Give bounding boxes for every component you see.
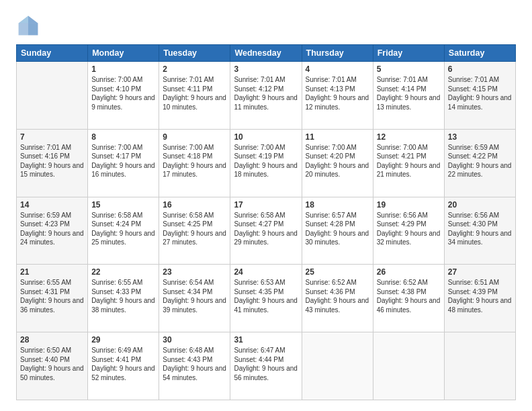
day-info: Sunrise: 7:00 AM Sunset: 4:18 PM Dayligh… [163, 143, 226, 179]
calendar-cell [444, 332, 515, 400]
day-number: 30 [163, 335, 226, 345]
day-info: Sunrise: 6:55 AM Sunset: 4:33 PM Dayligh… [91, 278, 155, 314]
day-info: Sunrise: 6:50 AM Sunset: 4:40 PM Dayligh… [20, 346, 84, 382]
day-info: Sunrise: 7:01 AM Sunset: 4:12 PM Dayligh… [234, 75, 298, 111]
day-number: 23 [163, 267, 226, 277]
day-number: 13 [448, 132, 512, 142]
col-thursday: Thursday [302, 45, 373, 62]
calendar-cell: 2Sunrise: 7:01 AM Sunset: 4:11 PM Daylig… [159, 62, 230, 130]
calendar-cell: 17Sunrise: 6:58 AM Sunset: 4:27 PM Dayli… [230, 197, 302, 265]
day-number: 17 [234, 200, 298, 210]
day-info: Sunrise: 7:01 AM Sunset: 4:14 PM Dayligh… [377, 75, 441, 111]
calendar-cell: 11Sunrise: 7:00 AM Sunset: 4:20 PM Dayli… [302, 129, 373, 197]
calendar-cell: 20Sunrise: 6:56 AM Sunset: 4:30 PM Dayli… [444, 197, 515, 265]
day-number: 27 [448, 267, 512, 277]
calendar-cell: 24Sunrise: 6:53 AM Sunset: 4:35 PM Dayli… [230, 265, 302, 332]
day-info: Sunrise: 6:54 AM Sunset: 4:34 PM Dayligh… [163, 278, 226, 314]
calendar-cell: 15Sunrise: 6:58 AM Sunset: 4:24 PM Dayli… [88, 197, 159, 265]
col-saturday: Saturday [444, 45, 515, 62]
day-info: Sunrise: 7:00 AM Sunset: 4:20 PM Dayligh… [306, 143, 369, 179]
calendar-cell: 7Sunrise: 7:01 AM Sunset: 4:16 PM Daylig… [17, 129, 88, 197]
calendar-cell: 21Sunrise: 6:55 AM Sunset: 4:31 PM Dayli… [17, 265, 88, 332]
day-number: 5 [377, 64, 441, 74]
day-number: 15 [91, 200, 155, 210]
day-number: 6 [448, 64, 512, 74]
day-info: Sunrise: 7:00 AM Sunset: 4:19 PM Dayligh… [234, 143, 298, 179]
day-info: Sunrise: 6:58 AM Sunset: 4:25 PM Dayligh… [163, 211, 226, 247]
calendar-cell: 25Sunrise: 6:52 AM Sunset: 4:36 PM Dayli… [302, 265, 373, 332]
col-monday: Monday [88, 45, 159, 62]
day-number: 31 [234, 335, 298, 345]
day-number: 1 [91, 64, 155, 74]
svg-marker-3 [19, 23, 28, 35]
calendar-week-row: 7Sunrise: 7:01 AM Sunset: 4:16 PM Daylig… [17, 129, 516, 197]
day-number: 18 [306, 200, 369, 210]
day-info: Sunrise: 6:47 AM Sunset: 4:44 PM Dayligh… [234, 346, 298, 382]
day-number: 10 [234, 132, 298, 142]
day-info: Sunrise: 6:58 AM Sunset: 4:27 PM Dayligh… [234, 211, 298, 247]
calendar-cell: 10Sunrise: 7:00 AM Sunset: 4:19 PM Dayli… [230, 129, 302, 197]
logo [16, 13, 43, 38]
calendar-cell [302, 332, 373, 400]
calendar-cell: 26Sunrise: 6:52 AM Sunset: 4:38 PM Dayli… [373, 265, 444, 332]
day-number: 9 [163, 132, 226, 142]
calendar-cell: 23Sunrise: 6:54 AM Sunset: 4:34 PM Dayli… [159, 265, 230, 332]
day-number: 28 [20, 335, 84, 345]
day-info: Sunrise: 6:56 AM Sunset: 4:29 PM Dayligh… [377, 211, 441, 247]
day-number: 7 [20, 132, 84, 142]
svg-marker-1 [28, 16, 38, 24]
day-info: Sunrise: 6:53 AM Sunset: 4:35 PM Dayligh… [234, 278, 298, 314]
day-info: Sunrise: 7:00 AM Sunset: 4:21 PM Dayligh… [377, 143, 441, 179]
day-info: Sunrise: 6:52 AM Sunset: 4:38 PM Dayligh… [377, 278, 441, 314]
calendar-cell [373, 332, 444, 400]
day-info: Sunrise: 6:49 AM Sunset: 4:41 PM Dayligh… [91, 346, 155, 382]
calendar-cell: 30Sunrise: 6:48 AM Sunset: 4:43 PM Dayli… [159, 332, 230, 400]
day-number: 4 [306, 64, 369, 74]
day-number: 25 [306, 267, 369, 277]
day-number: 2 [163, 64, 226, 74]
day-info: Sunrise: 6:56 AM Sunset: 4:30 PM Dayligh… [448, 211, 512, 247]
calendar-cell: 12Sunrise: 7:00 AM Sunset: 4:21 PM Dayli… [373, 129, 444, 197]
calendar-cell: 8Sunrise: 7:00 AM Sunset: 4:17 PM Daylig… [88, 129, 159, 197]
day-info: Sunrise: 6:51 AM Sunset: 4:39 PM Dayligh… [448, 278, 512, 314]
day-info: Sunrise: 6:57 AM Sunset: 4:28 PM Dayligh… [306, 211, 369, 247]
calendar-header-row: Sunday Monday Tuesday Wednesday Thursday… [17, 45, 516, 62]
calendar-week-row: 1Sunrise: 7:00 AM Sunset: 4:10 PM Daylig… [17, 62, 516, 130]
calendar-cell: 3Sunrise: 7:01 AM Sunset: 4:12 PM Daylig… [230, 62, 302, 130]
calendar: Sunday Monday Tuesday Wednesday Thursday… [16, 44, 516, 400]
logo-icon [16, 13, 40, 38]
col-tuesday: Tuesday [159, 45, 230, 62]
day-info: Sunrise: 6:48 AM Sunset: 4:43 PM Dayligh… [163, 346, 226, 382]
day-number: 8 [91, 132, 155, 142]
day-number: 29 [91, 335, 155, 345]
calendar-cell: 27Sunrise: 6:51 AM Sunset: 4:39 PM Dayli… [444, 265, 515, 332]
day-number: 19 [377, 200, 441, 210]
day-number: 12 [377, 132, 441, 142]
day-info: Sunrise: 7:01 AM Sunset: 4:16 PM Dayligh… [20, 143, 84, 179]
calendar-cell: 19Sunrise: 6:56 AM Sunset: 4:29 PM Dayli… [373, 197, 444, 265]
page: Sunday Monday Tuesday Wednesday Thursday… [0, 0, 532, 411]
col-wednesday: Wednesday [230, 45, 302, 62]
day-number: 24 [234, 267, 298, 277]
calendar-cell: 1Sunrise: 7:00 AM Sunset: 4:10 PM Daylig… [88, 62, 159, 130]
calendar-week-row: 21Sunrise: 6:55 AM Sunset: 4:31 PM Dayli… [17, 265, 516, 332]
calendar-week-row: 28Sunrise: 6:50 AM Sunset: 4:40 PM Dayli… [17, 332, 516, 400]
day-info: Sunrise: 6:59 AM Sunset: 4:22 PM Dayligh… [448, 143, 512, 179]
calendar-cell: 22Sunrise: 6:55 AM Sunset: 4:33 PM Dayli… [88, 265, 159, 332]
calendar-cell: 29Sunrise: 6:49 AM Sunset: 4:41 PM Dayli… [88, 332, 159, 400]
header [16, 13, 516, 38]
calendar-cell [17, 62, 88, 130]
day-info: Sunrise: 6:55 AM Sunset: 4:31 PM Dayligh… [20, 278, 84, 314]
calendar-cell: 14Sunrise: 6:59 AM Sunset: 4:23 PM Dayli… [17, 197, 88, 265]
day-number: 26 [377, 267, 441, 277]
day-number: 3 [234, 64, 298, 74]
col-friday: Friday [373, 45, 444, 62]
day-number: 11 [306, 132, 369, 142]
svg-marker-4 [28, 23, 38, 35]
day-info: Sunrise: 7:00 AM Sunset: 4:17 PM Dayligh… [91, 143, 155, 179]
day-info: Sunrise: 7:01 AM Sunset: 4:13 PM Dayligh… [306, 75, 369, 111]
calendar-cell: 13Sunrise: 6:59 AM Sunset: 4:22 PM Dayli… [444, 129, 515, 197]
day-number: 14 [20, 200, 84, 210]
day-info: Sunrise: 6:52 AM Sunset: 4:36 PM Dayligh… [306, 278, 369, 314]
day-info: Sunrise: 7:01 AM Sunset: 4:11 PM Dayligh… [163, 75, 226, 111]
